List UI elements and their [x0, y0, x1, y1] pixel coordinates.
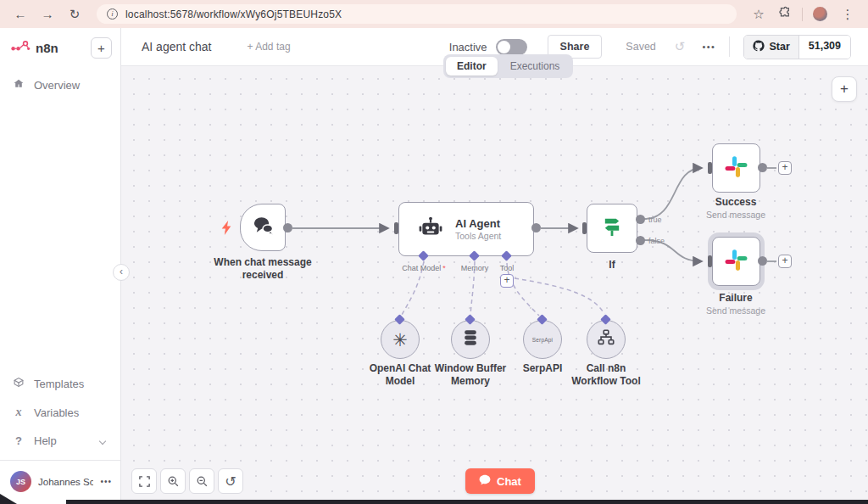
- github-icon: [753, 40, 765, 54]
- zoom-out-button[interactable]: [189, 468, 214, 494]
- agent-text: AI Agent Tools Agent: [455, 217, 501, 241]
- reload-icon[interactable]: ↻: [64, 7, 85, 22]
- database-icon: [461, 328, 480, 350]
- sidebar-item-overview[interactable]: Overview: [0, 70, 120, 99]
- tab-editor[interactable]: Editor: [446, 57, 498, 76]
- failure-output-port[interactable]: [758, 256, 767, 266]
- n8n-logo-icon[interactable]: [10, 39, 31, 57]
- success-input-port[interactable]: [708, 162, 712, 174]
- chat-button-label: Chat: [497, 475, 521, 488]
- view-tabs: Editor Executions: [443, 54, 573, 78]
- templates-box-icon: [12, 377, 25, 390]
- toggle-knob: [498, 41, 510, 53]
- sidebar-item-help[interactable]: ? Help: [0, 427, 120, 455]
- node-serpapi[interactable]: SerpApi: [523, 320, 562, 359]
- user-more-icon[interactable]: •••: [100, 477, 112, 486]
- workflow-title[interactable]: AI agent chat: [142, 40, 212, 53]
- reset-view-button[interactable]: ↺: [218, 468, 243, 494]
- robot-icon: [418, 216, 443, 242]
- add-workflow-button[interactable]: +: [91, 37, 112, 59]
- node-label-if: If: [595, 259, 629, 272]
- zoom-in-button[interactable]: [160, 468, 186, 494]
- slack-icon: [725, 155, 748, 182]
- question-mark-icon: ?: [12, 434, 25, 447]
- node-sublabel: Send message: [693, 305, 778, 316]
- sidebar-spacer: [0, 99, 120, 369]
- github-star-count: 51,309: [799, 36, 850, 59]
- github-star-widget[interactable]: Star 51,309: [743, 35, 851, 59]
- node-label-trigger: When chat message received: [211, 256, 314, 282]
- sidebar-item-label: Overview: [34, 79, 80, 92]
- bookmark-star-icon[interactable]: ☆: [748, 7, 769, 22]
- site-info-icon[interactable]: i: [107, 8, 118, 20]
- add-tool-button[interactable]: +: [500, 274, 514, 288]
- slack-icon: [725, 249, 748, 275]
- avatar: JS: [10, 471, 31, 492]
- if-false-label: false: [648, 237, 665, 245]
- sidebar-collapse-handle[interactable]: ‹: [113, 264, 130, 281]
- status-label: Inactive: [449, 41, 487, 53]
- node-label-failure: Failure Send message: [693, 292, 778, 316]
- success-output-port[interactable]: [758, 163, 767, 172]
- github-star-label: Star: [769, 41, 789, 53]
- node-label-buffer: Window Buffer Memory: [424, 362, 517, 388]
- fit-view-button[interactable]: [131, 468, 157, 494]
- node-if[interactable]: [587, 204, 637, 253]
- chat-button[interactable]: Chat: [465, 468, 535, 494]
- forward-icon[interactable]: →: [37, 7, 58, 21]
- node-failure[interactable]: [712, 237, 760, 286]
- saved-status: Saved: [626, 41, 655, 53]
- home-icon: [12, 78, 25, 92]
- node-call-n8n-workflow-tool[interactable]: [587, 320, 626, 359]
- node-chat-trigger[interactable]: [240, 204, 286, 251]
- if-true-label: true: [648, 216, 662, 224]
- extensions-icon[interactable]: [779, 6, 792, 22]
- browser-menu-icon[interactable]: ⋮: [837, 7, 858, 22]
- sidebar-item-label: Variables: [34, 406, 79, 419]
- divider: [729, 36, 730, 57]
- add-tag-button[interactable]: + Add tag: [248, 41, 291, 53]
- node-window-buffer-memory[interactable]: [451, 320, 490, 359]
- active-toggle[interactable]: [496, 39, 527, 55]
- node-sublabel: Send message: [693, 210, 778, 221]
- serpapi-icon: SerpApi: [532, 337, 554, 343]
- node-openai-chat-model[interactable]: ✳: [381, 320, 420, 359]
- browser-toolbar: ← → ↻ i localhost:5678/workflow/xWy6Oj5T…: [0, 0, 868, 28]
- back-icon[interactable]: ←: [10, 7, 31, 21]
- if-true-output-port[interactable]: [636, 215, 645, 224]
- org-chart-icon: [597, 328, 615, 350]
- trigger-output-port[interactable]: [283, 223, 292, 232]
- add-node-button[interactable]: +: [832, 76, 857, 102]
- logo-text[interactable]: n8n: [36, 41, 86, 55]
- user-name: Johannes Schn...: [38, 477, 93, 487]
- sidebar-item-label: Templates: [34, 378, 84, 390]
- tab-executions[interactable]: Executions: [499, 57, 571, 76]
- n8n-app: n8n + Overview Templates x Variables ? H…: [0, 28, 868, 504]
- node-ai-agent[interactable]: AI Agent Tools Agent: [398, 202, 534, 256]
- user-menu[interactable]: JS Johannes Schn... •••: [0, 461, 120, 504]
- agent-input-port[interactable]: [394, 222, 398, 234]
- node-label-workflow-tool: Call n8n Workflow Tool: [567, 362, 645, 388]
- agent-output-port[interactable]: [531, 223, 541, 232]
- sidebar: n8n + Overview Templates x Variables ? H…: [0, 28, 121, 504]
- logo-row: n8n +: [0, 28, 120, 70]
- failure-input-port[interactable]: [708, 255, 712, 267]
- if-input-port[interactable]: [582, 222, 587, 234]
- history-icon[interactable]: ↺: [675, 39, 686, 54]
- sidebar-item-templates[interactable]: Templates: [0, 369, 120, 398]
- main-area: AI agent chat + Add tag Inactive Share S…: [121, 28, 868, 504]
- add-after-failure-button[interactable]: +: [778, 255, 792, 268]
- browser-profile-avatar[interactable]: [813, 7, 827, 21]
- workflow-canvas[interactable]: ‹ + When chat message received: [121, 66, 868, 504]
- chat-bubbles-icon: [252, 216, 275, 239]
- workflow-menu-icon[interactable]: •••: [702, 42, 715, 52]
- chat-bubble-icon: [479, 474, 491, 488]
- if-false-output-port[interactable]: [636, 236, 645, 245]
- sidebar-item-variables[interactable]: x Variables: [0, 398, 120, 427]
- openai-icon: ✳: [392, 331, 408, 349]
- address-bar[interactable]: i localhost:5678/workflow/xWy6Oj5TBEUHzo…: [97, 4, 737, 24]
- node-success[interactable]: [712, 143, 760, 193]
- agent-subtitle: Tools Agent: [455, 231, 501, 241]
- add-after-success-button[interactable]: +: [778, 161, 792, 175]
- port-label-tool: Tool: [477, 264, 537, 272]
